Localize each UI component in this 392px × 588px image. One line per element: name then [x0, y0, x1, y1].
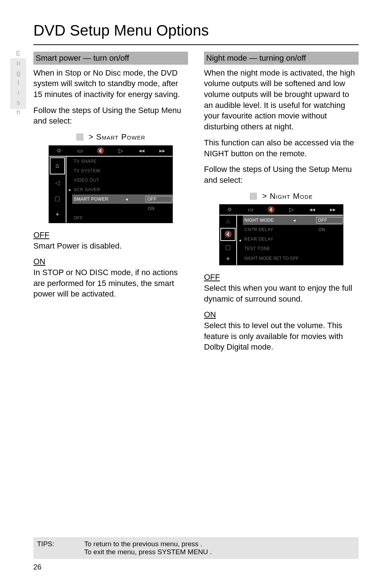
osd-row: VIDEO OUT [72, 176, 172, 185]
osd-row: TEST TONE [243, 244, 343, 253]
osd-status: NIGHT MODE SET TO OFF [243, 253, 343, 263]
osd-row-selected: SMART POWER ◂ OFF [72, 194, 172, 204]
osd-row-selected: NIGHT MODE ◂ OFF [243, 216, 343, 225]
forward-icon: ▸▸ [152, 147, 172, 155]
monitor-icon: ▭ [240, 206, 261, 214]
osd-row: SCR SAVER [72, 185, 172, 194]
night-mode-intro2: This function can also be accessed via t… [204, 137, 359, 159]
osd-night-mode: ⛭ ▭ 🔇 ▷ ◂◂ ▸▸ ⌂ 🔇 ▢ ✦ ◂ NIG [219, 204, 343, 265]
osd-row: TV SYSTEM [72, 166, 172, 176]
play-icon: ▷ [281, 206, 302, 214]
osd-row: REAR DELAY [243, 234, 343, 244]
osd-row: ON [72, 204, 172, 213]
speaker-icon: 🔇 [261, 206, 281, 214]
sidebar-item-lock: ✦ [220, 253, 236, 265]
osd-main: NIGHT MODE ◂ OFF CNTR DELAY ON REAR DELA… [243, 216, 343, 265]
off-label: OFF [204, 273, 220, 282]
night-mode-steps: Follow the steps of Using the Setup Menu… [204, 164, 359, 185]
osd-sidebar: ⌂ 🔇 ▢ ✦ [220, 216, 237, 265]
breadcrumb-text: > Night Mode [262, 192, 313, 201]
settings-icon: ⛭ [220, 206, 240, 214]
page-number: 26 [33, 563, 41, 571]
osd-row: TV SHAPE [72, 157, 172, 166]
osd-smart-power: ⛭ ▭ 🔇 ▷ ◂◂ ▸▸ ⌂ ◁ ▢ ✦ ◂ TV S [49, 145, 173, 223]
on-text: In STOP or NO DISC mode, if no actions a… [33, 268, 178, 298]
sidebar-item-chat: ▢ [49, 191, 66, 207]
off-text: Smart Power is disabled. [33, 241, 122, 250]
title-rule [33, 44, 359, 45]
monitor-icon: ▭ [70, 147, 90, 155]
osd-arrow: ◂ [237, 216, 243, 265]
on-text: Select this to level out the volume. Thi… [204, 321, 343, 351]
sidebar-item-chat: ▢ [220, 242, 236, 253]
rewind-icon: ◂◂ [131, 147, 152, 155]
breadcrumb-icon [76, 133, 83, 141]
play-icon: ▷ [111, 147, 131, 155]
sidebar-item: ⌂ [220, 216, 236, 227]
language-tab: English [10, 58, 26, 109]
osd-arrow: ◂ [66, 157, 72, 223]
sidebar-item-selected: ⌂ [50, 157, 65, 175]
sidebar-item-lock: ✦ [49, 207, 66, 223]
osd-main: TV SHAPE TV SYSTEM VIDEO OUT SCR SAVER S… [72, 157, 172, 223]
smart-power-intro: When in Stop or No Disc mode, the DVD sy… [33, 68, 188, 100]
osd-toolbar: ⛭ ▭ 🔇 ▷ ◂◂ ▸▸ [220, 205, 343, 216]
breadcrumb-night-mode: > Night Mode [204, 191, 359, 202]
tips-line2: To exit the menu, press SYSTEM MENU . [84, 548, 212, 556]
osd-toolbar: ⛭ ▭ 🔇 ▷ ◂◂ ▸▸ [49, 146, 172, 157]
osd-row: CNTR DELAY ON [243, 225, 343, 234]
left-column: Smart power — turn on/off When in Stop o… [33, 52, 188, 358]
osd-sidebar: ⌂ ◁ ▢ ✦ [49, 157, 66, 223]
off-label: OFF [33, 230, 49, 239]
breadcrumb-icon [250, 193, 257, 200]
off-text: Select this when you want to enjoy the f… [204, 283, 352, 303]
tips-line1: To return to the previous menu, press . [84, 540, 212, 548]
tips-label: TIPS: [37, 540, 84, 556]
osd-row: OFF [72, 213, 172, 223]
section-header-smart-power: Smart power — turn on/off [33, 52, 188, 65]
on-label: ON [33, 257, 45, 266]
section-header-night-mode: Night mode — turning on/off [204, 52, 359, 65]
tips-body: To return to the previous menu, press . … [84, 540, 212, 556]
night-mode-intro: When the night mode is activated, the hi… [204, 68, 359, 132]
speaker-icon: 🔇 [90, 147, 111, 155]
breadcrumb-text: > Smart Power [89, 132, 145, 141]
forward-icon: ▸▸ [322, 206, 343, 214]
smart-power-steps: Follow the steps of Using the Setup Menu… [33, 105, 188, 126]
tips-box: TIPS: To return to the previous menu, pr… [33, 537, 359, 559]
settings-icon: ⛭ [49, 147, 70, 155]
sidebar-item-speaker: ◁ [49, 175, 66, 191]
page-title: DVD Setup Menu Options [33, 22, 359, 39]
breadcrumb-smart-power: > Smart Power [33, 132, 188, 142]
sidebar-item-selected: 🔇 [220, 228, 236, 241]
on-label: ON [204, 310, 216, 319]
rewind-icon: ◂◂ [302, 206, 323, 214]
right-column: Night mode — turning on/off When the nig… [204, 52, 359, 358]
